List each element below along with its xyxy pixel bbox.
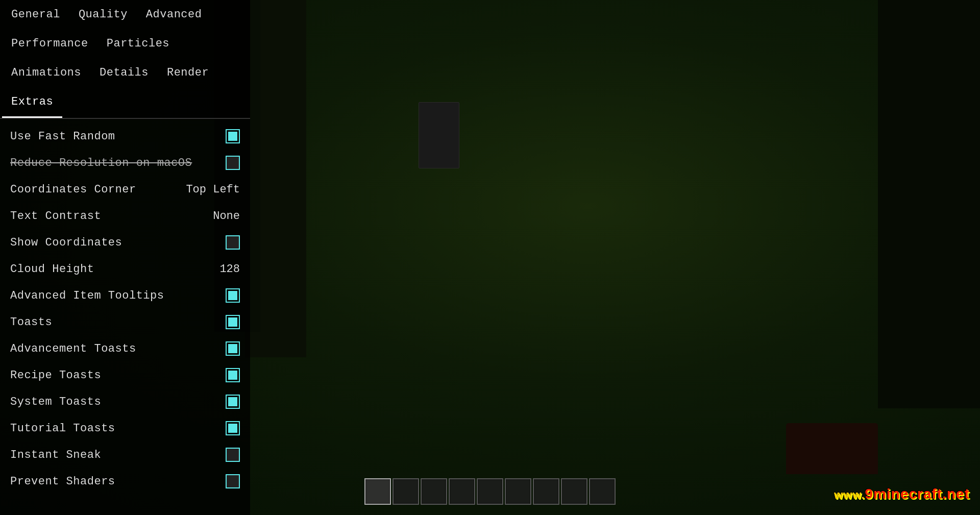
tab-animations[interactable]: Animations	[2, 58, 90, 87]
setting-label-tutorial-toasts: Tutorial Toasts	[10, 422, 115, 435]
checkbox-instant-sneak[interactable]	[226, 448, 240, 462]
watermark: www.9minecraft.net	[834, 486, 970, 502]
checkbox-advanced-item-tooltips[interactable]	[226, 288, 240, 303]
checkbox-advancement-toasts[interactable]	[226, 341, 240, 356]
setting-row-recipe-toasts: Recipe Toasts	[0, 362, 250, 388]
game-figure	[419, 102, 459, 168]
setting-label-advanced-item-tooltips: Advanced Item Tooltips	[10, 289, 164, 302]
hotbar-slot-0[interactable]	[364, 478, 391, 505]
watermark-domain: 9minecraft	[865, 486, 943, 502]
setting-row-reduce-resolution: Reduce Resolution on macOS	[0, 150, 250, 176]
checkbox-reduce-resolution[interactable]	[226, 156, 240, 170]
hotbar	[364, 478, 616, 505]
checkbox-use-fast-random[interactable]	[226, 129, 240, 143]
setting-value-cloud-height[interactable]: 128	[219, 263, 240, 276]
settings-list: Use Fast RandomReduce Resolution on macO…	[0, 119, 250, 499]
setting-label-cloud-height: Cloud Height	[10, 263, 94, 276]
setting-row-instant-sneak: Instant Sneak	[0, 442, 250, 468]
setting-row-system-toasts: System Toasts	[0, 388, 250, 415]
checkbox-system-toasts[interactable]	[226, 395, 240, 409]
setting-label-text-contrast: Text Contrast	[10, 210, 101, 223]
checkbox-toasts[interactable]	[226, 315, 240, 329]
hotbar-slot-8[interactable]	[589, 478, 616, 505]
setting-row-show-coordinates: Show Coordinates	[0, 229, 250, 256]
setting-row-coordinates-corner: Coordinates CornerTop Left	[0, 176, 250, 203]
checkbox-show-coordinates[interactable]	[226, 235, 240, 250]
tab-extras[interactable]: Extras	[2, 87, 62, 118]
setting-row-tutorial-toasts: Tutorial Toasts	[0, 415, 250, 442]
hotbar-slot-4[interactable]	[477, 478, 503, 505]
checkbox-tutorial-toasts[interactable]	[226, 421, 240, 435]
setting-label-toasts: Toasts	[10, 316, 52, 329]
tree-left	[245, 0, 306, 357]
setting-row-toasts: Toasts	[0, 309, 250, 335]
setting-row-cloud-height: Cloud Height128	[0, 256, 250, 282]
hotbar-slot-6[interactable]	[533, 478, 559, 505]
game-object	[786, 423, 878, 474]
setting-label-coordinates-corner: Coordinates Corner	[10, 183, 136, 196]
setting-label-instant-sneak: Instant Sneak	[10, 449, 101, 461]
tab-general[interactable]: General	[2, 0, 69, 29]
watermark-suffix: .net	[942, 486, 970, 502]
tab-advanced[interactable]: Advanced	[137, 0, 211, 29]
setting-label-prevent-shaders: Prevent Shaders	[10, 475, 115, 488]
tree-right	[878, 0, 980, 408]
setting-value-coordinates-corner[interactable]: Top Left	[186, 183, 240, 196]
hotbar-slot-2[interactable]	[421, 478, 447, 505]
settings-panel: GeneralQualityAdvancedPerformanceParticl…	[0, 0, 250, 515]
setting-row-advancement-toasts: Advancement Toasts	[0, 335, 250, 362]
tab-performance[interactable]: Performance	[2, 29, 97, 58]
tab-quality[interactable]: Quality	[69, 0, 137, 29]
hotbar-slot-3[interactable]	[449, 478, 475, 505]
setting-row-advanced-item-tooltips: Advanced Item Tooltips	[0, 282, 250, 309]
setting-value-text-contrast[interactable]: None	[213, 210, 240, 223]
setting-label-show-coordinates: Show Coordinates	[10, 236, 122, 249]
watermark-www: www.	[834, 488, 865, 501]
tab-render[interactable]: Render	[158, 58, 218, 87]
setting-label-use-fast-random: Use Fast Random	[10, 130, 115, 143]
setting-label-reduce-resolution: Reduce Resolution on macOS	[10, 157, 192, 169]
hotbar-slot-7[interactable]	[561, 478, 587, 505]
tab-details[interactable]: Details	[90, 58, 158, 87]
tab-bar: GeneralQualityAdvancedPerformanceParticl…	[0, 0, 250, 119]
setting-row-use-fast-random: Use Fast Random	[0, 123, 250, 150]
tab-particles[interactable]: Particles	[97, 29, 179, 58]
setting-label-recipe-toasts: Recipe Toasts	[10, 369, 101, 382]
setting-row-text-contrast: Text ContrastNone	[0, 203, 250, 229]
setting-label-advancement-toasts: Advancement Toasts	[10, 342, 136, 355]
checkbox-recipe-toasts[interactable]	[226, 368, 240, 382]
setting-row-prevent-shaders: Prevent Shaders	[0, 468, 250, 495]
hotbar-slot-5[interactable]	[505, 478, 531, 505]
hotbar-slot-1[interactable]	[393, 478, 419, 505]
checkbox-prevent-shaders[interactable]	[226, 474, 240, 488]
setting-label-system-toasts: System Toasts	[10, 396, 101, 408]
